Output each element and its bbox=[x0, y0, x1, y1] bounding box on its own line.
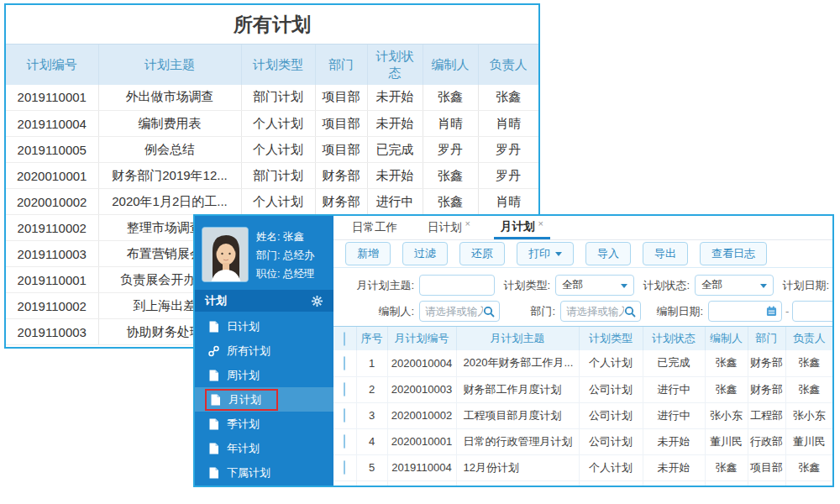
sidebar-item[interactable]: 年计划 bbox=[195, 436, 333, 460]
table-cell: 2019110001 bbox=[6, 85, 98, 111]
table-row[interactable]: 2019110001外出做市场调查部门计划项目部未开始张鑫张鑫 bbox=[6, 85, 538, 111]
table-cell: 张鑫 bbox=[423, 189, 478, 215]
sidebar-item[interactable]: 所有计划 bbox=[195, 339, 333, 363]
creator-filter-input[interactable] bbox=[425, 306, 483, 318]
gear-icon[interactable] bbox=[311, 295, 323, 307]
table-row[interactable]: 2019110004编制费用表个人计划项目部未开始肖晴肖晴 bbox=[6, 111, 538, 137]
owner-cell[interactable]: 张鑫 bbox=[785, 350, 832, 376]
sidebar-item[interactable]: 周计划 bbox=[195, 363, 333, 387]
sidebar-item[interactable]: 月计划 bbox=[195, 387, 333, 412]
owner-cell[interactable]: 张鑫 bbox=[785, 454, 832, 480]
creator-cell[interactable]: 张鑫 bbox=[705, 480, 748, 486]
search-icon[interactable] bbox=[483, 306, 495, 318]
status-filter-select[interactable]: 全部 bbox=[695, 275, 774, 296]
owner-cell[interactable]: 董川民 bbox=[785, 428, 832, 454]
toolbar-button[interactable]: 导入 bbox=[585, 242, 631, 265]
sidebar-item[interactable]: 季计划 bbox=[195, 412, 333, 436]
toolbar-button[interactable]: 导出 bbox=[643, 242, 688, 265]
create-date-end-input[interactable] bbox=[792, 301, 832, 322]
table-cell: 部门计划 bbox=[241, 163, 315, 189]
no-cell: 4 bbox=[356, 428, 387, 454]
row-checkbox[interactable] bbox=[344, 434, 345, 449]
toolbar-button[interactable]: 过滤 bbox=[402, 242, 448, 265]
tab-item[interactable]: 日常工作 bbox=[345, 216, 404, 239]
table-cell: 2019110003 bbox=[6, 241, 98, 267]
profile-photo bbox=[202, 227, 249, 282]
id-cell[interactable]: 2020010004 bbox=[387, 350, 456, 376]
id-cell[interactable]: 2020010001 bbox=[387, 428, 456, 454]
status-cell: 未开始 bbox=[643, 428, 705, 454]
table-row[interactable]: 5201911000412月份计划个人计划未开始张鑫项目部张鑫 bbox=[333, 454, 832, 480]
id-cell[interactable]: 2019110002 bbox=[387, 480, 456, 486]
close-icon[interactable]: × bbox=[465, 218, 470, 228]
owner-cell[interactable]: 罗毅 bbox=[785, 480, 832, 486]
dept-filter-field[interactable] bbox=[560, 301, 641, 322]
owner-cell[interactable]: 张小东 bbox=[785, 402, 832, 428]
table-row[interactable]: 22020010003财务部工作月度计划公司计划进行中张鑫财务部张鑫 bbox=[333, 376, 832, 402]
toolbar-button[interactable]: 打印 bbox=[517, 242, 574, 265]
close-icon[interactable]: × bbox=[538, 218, 543, 228]
active-item-annotation-box: 月计划 bbox=[205, 389, 278, 411]
subject-cell[interactable]: 11月部门计划 bbox=[456, 480, 579, 486]
type-cell: 公司计划 bbox=[579, 402, 643, 428]
type-cell: 公司计划 bbox=[579, 376, 643, 402]
checkbox-cell bbox=[333, 428, 356, 454]
table-row[interactable]: 2020010001财务部门2019年12...部门计划财务部未开始张鑫罗丹 bbox=[6, 163, 538, 189]
subject-cell[interactable]: 工程项目部月度计划 bbox=[456, 402, 579, 428]
sidebar-item[interactable]: 下属计划 bbox=[195, 460, 333, 485]
sidebar-section-label: 计划 bbox=[205, 293, 227, 308]
toolbar-button[interactable]: 新增 bbox=[345, 242, 391, 265]
creator-search-icon-slot bbox=[483, 306, 495, 318]
table-row[interactable]: 42020010001日常的行政管理月计划公司计划未开始董川民行政部董川民 bbox=[333, 428, 832, 454]
id-cell[interactable]: 2020010003 bbox=[387, 376, 456, 402]
toolbar-button[interactable]: 查看日志 bbox=[700, 242, 767, 265]
document-icon bbox=[208, 418, 219, 430]
subject-cell[interactable]: 日常的行政管理月计划 bbox=[456, 428, 579, 454]
column-header: 月计划编号 bbox=[387, 327, 456, 350]
search-icon[interactable] bbox=[624, 306, 636, 318]
select-all-checkbox[interactable] bbox=[344, 332, 345, 346]
table-cell: 2020年1月2日的工... bbox=[98, 189, 241, 215]
table-row[interactable]: 6201911000211月部门计划部门计划进行中张鑫人事部罗毅 bbox=[333, 480, 832, 486]
table-cell: 财务部门2019年12... bbox=[98, 163, 241, 189]
tab-active[interactable]: 月计划× bbox=[494, 216, 550, 239]
table-cell: 编制费用表 bbox=[98, 111, 241, 137]
dept-filter-input[interactable] bbox=[566, 306, 624, 318]
type-filter-select[interactable]: 全部 bbox=[555, 275, 634, 296]
creator-cell[interactable]: 张鑫 bbox=[705, 350, 748, 376]
create-date-start-field[interactable] bbox=[708, 301, 782, 322]
creator-cell[interactable]: 董川民 bbox=[705, 428, 748, 454]
owner-cell[interactable]: 张鑫 bbox=[785, 376, 832, 402]
table-cell: 项目部 bbox=[315, 137, 367, 163]
create-date-start-input[interactable] bbox=[714, 306, 766, 318]
table-row[interactable]: 32020010002工程项目部月度计划公司计划进行中张小东工程部张小东 bbox=[333, 402, 832, 428]
checkbox-cell bbox=[333, 350, 356, 376]
creator-cell[interactable]: 张鑫 bbox=[705, 376, 748, 402]
subject-cell[interactable]: 财务部工作月度计划 bbox=[456, 376, 579, 402]
table-row[interactable]: 20200100022020年1月2日的工...个人计划财务部进行中张鑫肖晴 bbox=[6, 189, 538, 215]
creator-filter-field[interactable] bbox=[419, 301, 500, 322]
subject-cell[interactable]: 2020年财务部工作月... bbox=[456, 350, 579, 376]
row-checkbox[interactable] bbox=[344, 460, 345, 475]
sidebar-section-header[interactable]: 计划 bbox=[195, 290, 333, 312]
table-row[interactable]: 120200100042020年财务部工作月...个人计划已完成张鑫财务部张鑫 bbox=[333, 350, 832, 376]
row-checkbox[interactable] bbox=[344, 408, 345, 423]
row-checkbox[interactable] bbox=[344, 382, 345, 396]
document-icon bbox=[208, 321, 219, 333]
create-date-filter-label: 编制日期: bbox=[648, 304, 703, 319]
sidebar-item[interactable]: 日计划 bbox=[195, 314, 333, 339]
id-cell[interactable]: 2019110004 bbox=[387, 454, 456, 480]
subject-filter-input[interactable] bbox=[419, 275, 495, 296]
sidebar-item-label: 所有计划 bbox=[227, 344, 270, 359]
tab-item[interactable]: 日计划× bbox=[421, 216, 477, 239]
subject-cell[interactable]: 12月份计划 bbox=[456, 454, 579, 480]
profile-field: 职位: 总经理 bbox=[256, 265, 314, 283]
row-checkbox[interactable] bbox=[344, 356, 345, 370]
table-row[interactable]: 2019110005例会总结个人计划项目部已完成罗丹罗丹 bbox=[6, 137, 538, 163]
calendar-icon[interactable] bbox=[766, 306, 777, 317]
creator-cell[interactable]: 张小东 bbox=[705, 402, 748, 428]
creator-cell[interactable]: 张鑫 bbox=[705, 454, 748, 480]
toolbar-button[interactable]: 还原 bbox=[459, 242, 505, 265]
id-cell[interactable]: 2020010002 bbox=[387, 402, 456, 428]
link-icon bbox=[208, 345, 219, 357]
